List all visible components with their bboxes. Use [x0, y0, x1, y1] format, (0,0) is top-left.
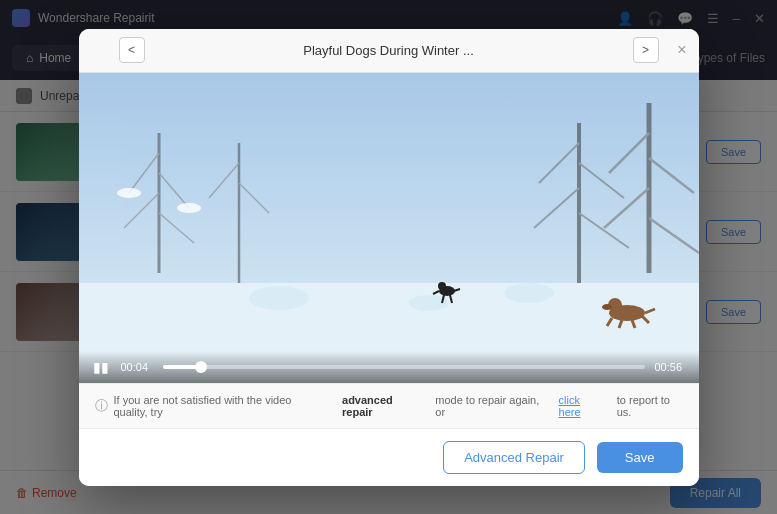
modal-overlay: < Playful Dogs During Winter ... > × [0, 0, 777, 514]
app-background: Wondershare Repairit 👤 🎧 💬 ☰ – ✕ ⌂ Home … [0, 0, 777, 514]
video-scene [79, 73, 699, 383]
info-text-before: If you are not satisfied with the video … [114, 394, 327, 418]
svg-point-22 [177, 203, 201, 213]
svg-point-21 [117, 188, 141, 198]
progress-bar[interactable] [163, 365, 645, 369]
pause-button[interactable]: ▮▮ [91, 359, 111, 375]
next-button[interactable]: > [633, 37, 659, 63]
progress-filled [163, 365, 202, 369]
save-button[interactable]: Save [597, 442, 683, 473]
modal-info-bar: ⓘ If you are not satisfied with the vide… [79, 383, 699, 429]
modal-header: < Playful Dogs During Winter ... > × [79, 29, 699, 73]
info-text-end: to report to us. [617, 394, 683, 418]
progress-dot [195, 361, 207, 373]
time-current: 00:04 [121, 361, 153, 373]
advanced-repair-text: advanced repair [342, 394, 420, 418]
svg-point-26 [504, 283, 554, 303]
video-controls: ▮▮ 00:04 00:56 [79, 351, 699, 383]
prev-button[interactable]: < [119, 37, 145, 63]
modal-close-button[interactable]: × [677, 42, 686, 58]
modal-footer: Advanced Repair Save [79, 429, 699, 486]
svg-point-28 [438, 282, 446, 290]
video-player[interactable]: ▮▮ 00:04 00:56 [79, 73, 699, 383]
modal-title: Playful Dogs During Winter ... [155, 43, 623, 58]
svg-point-35 [602, 304, 612, 310]
preview-modal: < Playful Dogs During Winter ... > × [79, 29, 699, 486]
info-text-after: mode to repair again, or [435, 394, 543, 418]
svg-point-24 [249, 286, 309, 310]
advanced-repair-button[interactable]: Advanced Repair [443, 441, 585, 474]
info-icon: ⓘ [95, 397, 108, 415]
time-total: 00:56 [655, 361, 687, 373]
click-here-link[interactable]: click here [559, 394, 602, 418]
